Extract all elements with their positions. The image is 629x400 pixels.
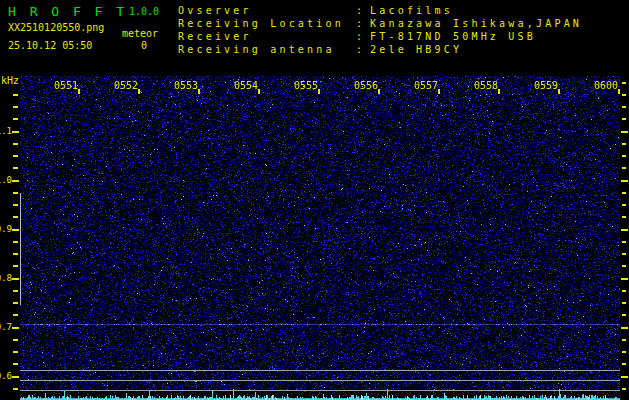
station-info-row: Receiving antenna:2ele HB9CY: [178, 43, 582, 56]
frequency-axis-right: [620, 76, 629, 400]
app-title: H R O F F T: [8, 4, 127, 19]
freq-tick-minor: [622, 339, 626, 341]
hrofft-window: H R O F F T 1.0.0 XX2510120550.png meteo…: [0, 0, 629, 400]
freq-tick-minor: [13, 265, 18, 267]
freq-tick-major: [621, 180, 628, 182]
info-colon: :: [356, 30, 370, 43]
freq-tick-minor: [13, 302, 18, 304]
info-value: Lacofilms: [370, 4, 453, 17]
time-axis-label: 0600: [592, 81, 618, 91]
time-axis-label: 0559: [532, 81, 558, 91]
time-axis-label: 0555: [292, 81, 318, 91]
spectrogram-plot: 0551055205530554055505560557055805590600: [20, 76, 620, 400]
freq-tick-major: [12, 376, 19, 378]
freq-axis-label: 0.8: [0, 273, 12, 283]
time-tick: [498, 89, 500, 94]
freq-tick-major: [621, 376, 628, 378]
mode-label: meteor: [122, 28, 158, 39]
freq-tick-minor: [13, 351, 18, 353]
freq-axis-label: 0.9: [0, 224, 12, 234]
freq-tick-major: [12, 131, 19, 133]
meteor-count: 0: [126, 40, 162, 51]
freq-tick-major: [621, 229, 628, 231]
freq-tick-minor: [13, 388, 18, 390]
freq-tick-minor: [622, 314, 626, 316]
time-axis-label: 0553: [172, 81, 198, 91]
freq-tick-minor: [13, 241, 18, 243]
station-info-row: Receiving Location:Kanazawa Ishikawa,JAP…: [178, 17, 582, 30]
info-label: Ovserver: [178, 4, 356, 17]
info-value: FT-817ND 50MHz USB: [370, 30, 536, 43]
datetime: 25.10.12 05:50: [8, 40, 92, 51]
time-axis-label: 0551: [52, 81, 78, 91]
freq-tick-minor: [622, 167, 626, 169]
time-tick: [318, 89, 320, 94]
freq-tick-minor: [622, 94, 626, 96]
time-tick: [438, 89, 440, 94]
info-colon: :: [356, 17, 370, 30]
info-value: 2ele HB9CY: [370, 43, 462, 56]
freq-tick-minor: [622, 82, 626, 84]
freq-axis-label: 0.7: [0, 322, 12, 332]
freq-tick-minor: [13, 363, 18, 365]
freq-axis-label: 1.0: [0, 175, 12, 185]
time-tick: [138, 89, 140, 94]
freq-tick-minor: [622, 192, 626, 194]
info-label: Receiving antenna: [178, 43, 356, 56]
freq-tick-minor: [13, 339, 18, 341]
station-info-row: Ovserver:Lacofilms: [178, 4, 582, 17]
freq-tick-minor: [622, 363, 626, 365]
info-value: Kanazawa Ishikawa,JAPAN: [370, 17, 582, 30]
spectrogram-noise-canvas: [20, 76, 620, 400]
station-info: Ovserver:LacofilmsReceiving Location:Kan…: [178, 4, 582, 56]
info-colon: :: [356, 43, 370, 56]
time-tick: [258, 89, 260, 94]
time-axis-label: 0558: [472, 81, 498, 91]
app-version: 1.0.0: [129, 6, 159, 17]
freq-tick-major: [621, 131, 628, 133]
freq-tick-minor: [13, 155, 18, 157]
freq-tick-major: [12, 229, 19, 231]
freq-tick-major: [12, 327, 19, 329]
time-axis-label: 0556: [352, 81, 378, 91]
freq-tick-minor: [622, 265, 626, 267]
time-tick: [78, 89, 80, 94]
freq-tick-minor: [622, 290, 626, 292]
freq-tick-minor: [13, 314, 18, 316]
info-colon: :: [356, 4, 370, 17]
freq-tick-minor: [13, 290, 18, 292]
freq-tick-minor: [13, 216, 18, 218]
freq-tick-minor: [13, 192, 18, 194]
freq-tick-major: [12, 180, 19, 182]
time-tick: [378, 89, 380, 94]
frequency-axis-left: kHz 1.11.00.90.80.70.6: [0, 76, 20, 400]
freq-tick-major: [12, 278, 19, 280]
freq-tick-minor: [622, 155, 626, 157]
filename: XX2510120550.png: [8, 22, 104, 33]
info-label: Receiving Location: [178, 17, 356, 30]
freq-tick-minor: [622, 302, 626, 304]
freq-tick-minor: [13, 118, 18, 120]
freq-tick-minor: [13, 94, 18, 96]
freq-tick-major: [621, 327, 628, 329]
info-label: Receiver: [178, 30, 356, 43]
time-tick: [198, 89, 200, 94]
freq-tick-minor: [13, 106, 18, 108]
freq-tick-minor: [622, 118, 626, 120]
freq-tick-minor: [13, 253, 18, 255]
time-axis-label: 0557: [412, 81, 438, 91]
freq-tick-minor: [622, 351, 626, 353]
freq-axis-label: 1.1: [0, 126, 12, 136]
freq-axis-label: 0.6: [0, 371, 12, 381]
freq-tick-minor: [13, 204, 18, 206]
freq-tick-minor: [622, 241, 626, 243]
time-tick: [558, 89, 560, 94]
freq-tick-major: [621, 278, 628, 280]
station-info-row: Receiver:FT-817ND 50MHz USB: [178, 30, 582, 43]
freq-tick-minor: [13, 167, 18, 169]
freq-tick-minor: [13, 143, 18, 145]
freq-unit-label: kHz: [1, 76, 19, 86]
freq-tick-minor: [622, 388, 626, 390]
freq-tick-minor: [622, 143, 626, 145]
time-axis-label: 0554: [232, 81, 258, 91]
